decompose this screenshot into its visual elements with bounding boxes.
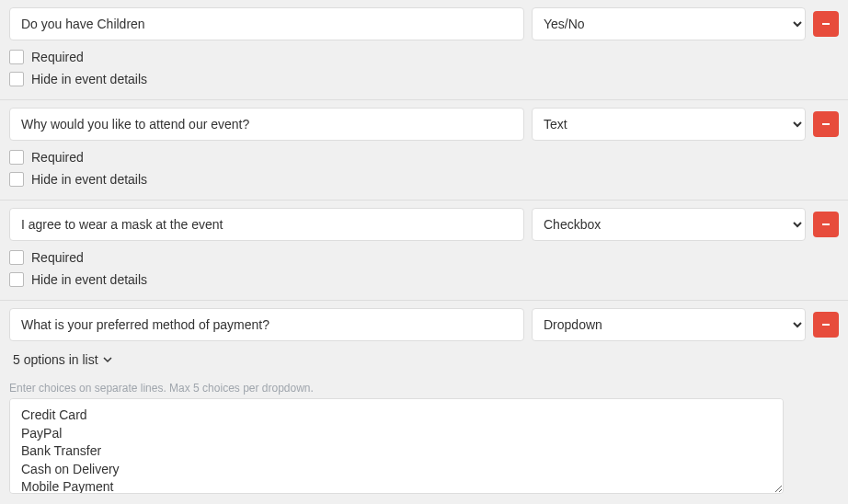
hide-row: Hide in event details — [9, 68, 839, 90]
hide-row: Hide in event details — [9, 168, 839, 190]
hide-label: Hide in event details — [31, 272, 147, 287]
field-row: Yes/No — [9, 7, 839, 40]
required-checkbox[interactable] — [9, 50, 24, 64]
minus-icon — [820, 18, 831, 29]
question-input[interactable] — [9, 308, 524, 341]
choices-helper-text: Enter choices on separate lines. Max 5 c… — [9, 382, 839, 395]
question-input[interactable] — [9, 7, 524, 40]
svg-rect-0 — [822, 23, 830, 25]
options-count-label: 5 options in list — [13, 352, 98, 367]
svg-rect-3 — [822, 324, 830, 326]
question-input[interactable] — [9, 208, 524, 241]
svg-rect-2 — [822, 223, 830, 225]
minus-icon — [820, 219, 831, 230]
required-checkbox[interactable] — [9, 150, 24, 165]
remove-field-button[interactable] — [813, 212, 839, 237]
field-block: Yes/No Required Hide in event details — [0, 0, 848, 100]
minus-icon — [820, 119, 831, 130]
field-block: Dropdown 5 options in list Enter choices… — [0, 301, 848, 504]
hide-checkbox[interactable] — [9, 272, 24, 287]
field-type-select[interactable]: Yes/No — [532, 7, 806, 40]
hide-row: Hide in event details — [9, 269, 839, 291]
hide-checkbox[interactable] — [9, 172, 24, 187]
required-row: Required — [9, 246, 839, 269]
required-label: Required — [31, 150, 84, 165]
hide-label: Hide in event details — [31, 72, 147, 86]
choices-textarea[interactable] — [9, 398, 784, 494]
remove-field-button[interactable] — [813, 11, 839, 37]
minus-icon — [820, 319, 831, 330]
required-checkbox[interactable] — [9, 250, 24, 265]
required-row: Required — [9, 46, 839, 68]
hide-checkbox[interactable] — [9, 72, 24, 86]
field-block: Checkbox Required Hide in event details — [0, 200, 848, 301]
field-row: Checkbox — [9, 208, 839, 241]
field-row: Text — [9, 108, 839, 141]
required-label: Required — [31, 250, 84, 265]
chevron-down-icon — [102, 354, 113, 365]
options-count-toggle[interactable]: 5 options in list — [9, 347, 117, 372]
required-row: Required — [9, 146, 839, 168]
field-block: Text Required Hide in event details — [0, 100, 848, 200]
hide-label: Hide in event details — [31, 172, 147, 187]
required-label: Required — [31, 50, 84, 64]
field-row: Dropdown — [9, 308, 839, 341]
field-type-select[interactable]: Checkbox — [532, 208, 806, 241]
svg-rect-1 — [822, 123, 830, 125]
remove-field-button[interactable] — [813, 111, 839, 137]
field-type-select[interactable]: Text — [532, 108, 806, 141]
remove-field-button[interactable] — [813, 312, 839, 338]
question-input[interactable] — [9, 108, 524, 141]
field-type-select[interactable]: Dropdown — [532, 308, 806, 341]
